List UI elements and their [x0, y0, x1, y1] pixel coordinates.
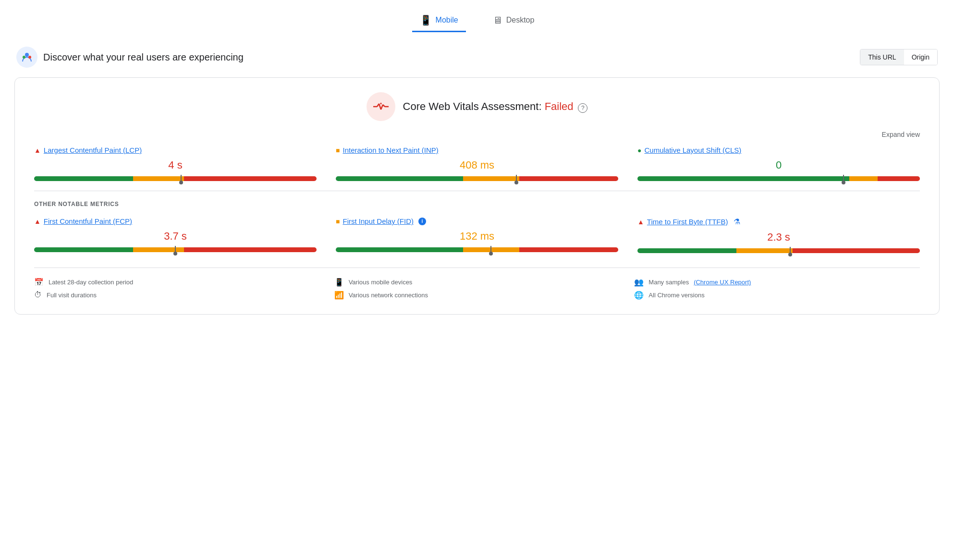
fcp-bar-red — [184, 247, 317, 252]
other-metrics-grid: ▲ First Contentful Paint (FCP) 3.7 s ■ F… — [34, 217, 920, 253]
ttfb-value: 2.3 s — [637, 231, 920, 243]
footer-mobile-devices: 📱 Various mobile devices — [334, 278, 620, 287]
footer-chrome-text: All Chrome versions — [648, 292, 704, 299]
main-card: Core Web Vitals Assessment: Failed ? Exp… — [14, 77, 940, 315]
assessment-icon — [367, 92, 395, 121]
wifi-icon: 📶 — [334, 291, 344, 300]
svg-marker-9 — [380, 102, 382, 104]
footer-samples-text: Many samples — [648, 279, 689, 286]
svg-point-2 — [28, 56, 31, 59]
svg-line-6 — [381, 105, 383, 110]
tab-desktop-label: Desktop — [506, 16, 535, 24]
cls-bar-orange — [849, 176, 878, 181]
cls-bar — [637, 176, 920, 181]
inp-marker — [516, 175, 517, 183]
fcp-marker-dot — [173, 252, 177, 256]
chrome-icon: 🌐 — [634, 291, 644, 300]
ttfb-label[interactable]: Time to First Byte (TTFB) — [647, 218, 728, 226]
fcp-icon: ▲ — [34, 218, 41, 225]
footer-collection-text: Latest 28-day collection period — [49, 279, 133, 286]
ttfb-bar-orange — [736, 248, 793, 253]
expand-link[interactable]: Expand view — [882, 131, 920, 138]
inp-marker-dot — [514, 181, 518, 184]
footer-samples: 👥 Many samples (Chrome UX Report) — [634, 278, 920, 287]
users-icon: 👥 — [634, 278, 644, 287]
assessment-title-prefix: Core Web Vitals Assessment: — [403, 100, 545, 112]
inp-value: 408 ms — [336, 159, 618, 171]
inp-bar-orange — [463, 176, 520, 181]
assessment-status: Failed — [545, 100, 574, 112]
fcp-marker — [175, 246, 176, 254]
footer-col-1: 📅 Latest 28-day collection period ⏱ Full… — [34, 278, 320, 300]
metric-cls: ● Cumulative Layout Shift (CLS) 0 — [637, 146, 920, 181]
metric-lcp: ▲ Largest Contentful Paint (LCP) 4 s — [34, 146, 317, 181]
fid-marker-dot — [489, 252, 493, 256]
inp-bar-red — [519, 176, 618, 181]
header-left: Discover what your real users are experi… — [16, 47, 244, 68]
fid-label[interactable]: First Input Delay (FID) — [342, 217, 414, 225]
this-url-button[interactable]: This URL — [860, 49, 904, 65]
metric-inp: ■ Interaction to Next Paint (INP) 408 ms — [336, 146, 618, 181]
tabs-container: 📱 Mobile 🖥 Desktop — [14, 10, 940, 32]
fid-bar-green — [336, 247, 463, 252]
origin-button[interactable]: Origin — [904, 49, 937, 65]
cls-bar-red — [878, 176, 920, 181]
ttfb-bar-green — [637, 248, 736, 253]
cls-label-row: ● Cumulative Layout Shift (CLS) — [637, 146, 920, 154]
fcp-label[interactable]: First Contentful Paint (FCP) — [44, 217, 132, 225]
lcp-bar-orange — [133, 176, 184, 181]
desktop-icon: 🖥 — [493, 15, 502, 26]
fcp-bar-green — [34, 247, 133, 252]
metric-fcp: ▲ First Contentful Paint (FCP) 3.7 s — [34, 217, 317, 253]
footer-visit-text: Full visit durations — [47, 292, 97, 299]
svg-point-0 — [25, 53, 29, 57]
other-metrics-label: OTHER NOTABLE METRICS — [34, 201, 920, 207]
fid-icon: ■ — [336, 218, 340, 225]
timer-icon: ⏱ — [34, 291, 42, 299]
inp-icon: ■ — [336, 146, 340, 154]
mobile-devices-icon: 📱 — [334, 278, 344, 287]
lcp-bar-red — [184, 176, 317, 181]
mobile-icon: 📱 — [420, 14, 432, 26]
tab-desktop[interactable]: 🖥 Desktop — [485, 10, 542, 32]
assessment-title-block: Core Web Vitals Assessment: Failed ? — [403, 100, 588, 113]
lcp-icon: ▲ — [34, 146, 41, 154]
fcp-bar — [34, 247, 317, 252]
inp-label[interactable]: Interaction to Next Paint (INP) — [342, 146, 438, 154]
footer-collection-period: 📅 Latest 28-day collection period — [34, 278, 320, 287]
assessment-header: Core Web Vitals Assessment: Failed ? — [34, 92, 920, 121]
fcp-value: 3.7 s — [34, 230, 317, 243]
expand-row: Expand view — [34, 131, 920, 138]
cls-marker — [843, 175, 844, 183]
lcp-marker — [181, 175, 182, 183]
url-toggle: This URL Origin — [860, 49, 938, 65]
fid-bar — [336, 247, 618, 252]
chrome-ux-report-link[interactable]: (Chrome UX Report) — [694, 279, 751, 286]
svg-line-7 — [383, 105, 385, 107]
fid-info-icon[interactable]: i — [418, 218, 426, 225]
cls-label[interactable]: Cumulative Layout Shift (CLS) — [644, 146, 741, 154]
lcp-label[interactable]: Largest Contentful Paint (LCP) — [44, 146, 142, 154]
lcp-label-row: ▲ Largest Contentful Paint (LCP) — [34, 146, 317, 154]
section-divider — [34, 191, 920, 191]
ttfb-beaker-icon: ⚗ — [734, 217, 740, 226]
help-icon[interactable]: ? — [578, 103, 587, 113]
footer-chrome: 🌐 All Chrome versions — [634, 291, 920, 300]
ttfb-bar-red — [793, 248, 920, 253]
footer-mobile-text: Various mobile devices — [349, 279, 413, 286]
cls-value: 0 — [637, 159, 920, 171]
tab-mobile[interactable]: 📱 Mobile — [412, 10, 466, 32]
fid-bar-red — [519, 247, 618, 252]
fid-label-row: ■ First Input Delay (FID) i — [336, 217, 618, 225]
footer-col-3: 👥 Many samples (Chrome UX Report) 🌐 All … — [634, 278, 920, 300]
footer-visit-duration: ⏱ Full visit durations — [34, 291, 320, 299]
inp-label-row: ■ Interaction to Next Paint (INP) — [336, 146, 618, 154]
footer-grid: 📅 Latest 28-day collection period ⏱ Full… — [34, 268, 920, 300]
fid-value: 132 ms — [336, 230, 618, 243]
cls-icon: ● — [637, 146, 641, 154]
ttfb-marker — [790, 247, 791, 255]
footer-col-2: 📱 Various mobile devices 📶 Various netwo… — [334, 278, 620, 300]
lcp-bar-green — [34, 176, 133, 181]
cls-marker-dot — [842, 181, 845, 184]
lcp-marker-dot — [179, 181, 183, 184]
